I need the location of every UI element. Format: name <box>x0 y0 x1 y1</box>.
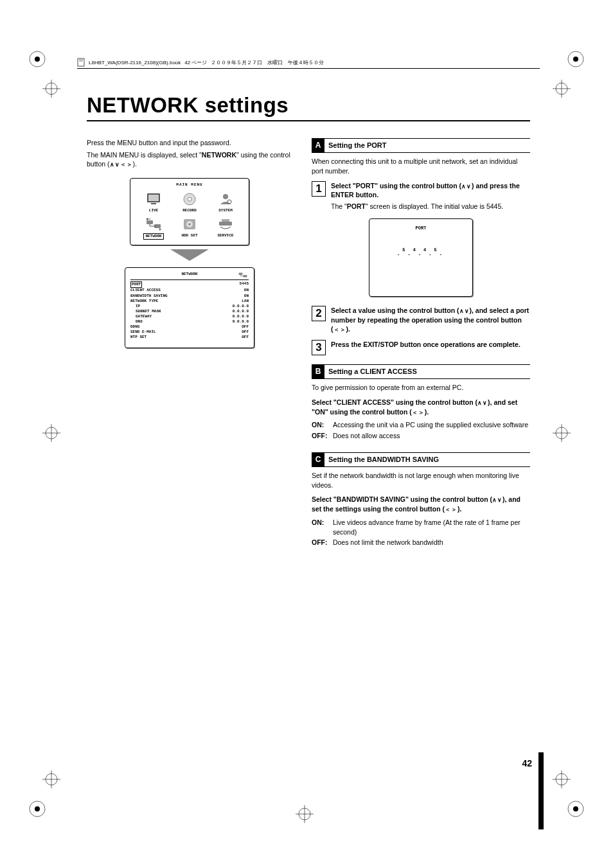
row-value: ON <box>244 294 249 299</box>
updown-icon: ∧∨ <box>492 497 502 503</box>
section-b-header: B Setting a CLIENT ACCESS <box>312 364 530 379</box>
register-mark-icon <box>296 805 314 823</box>
row-value: OFF <box>242 335 249 340</box>
row-key: NTP SET <box>130 335 147 340</box>
network-menu-row[interactable]: IP0.0.0.0 <box>130 304 249 309</box>
row-value: OFF <box>242 330 249 335</box>
menu-item-hdd-set[interactable]: HDD SET <box>172 217 208 240</box>
menu-item-service[interactable]: SERVICE <box>208 217 244 240</box>
step-instruction: Select "PORT" using the control button (… <box>331 181 530 200</box>
updown-icon: ∧∨ <box>459 308 470 314</box>
network-menu-row[interactable]: PORT5445 <box>130 281 249 288</box>
network-menu-row[interactable]: SUBNET MASK0.0.0.0 <box>130 309 249 314</box>
step-2: 2 Select a value using the control butto… <box>312 306 530 336</box>
section-b-instruction: Select "CLIENT ACCESS" using the control… <box>312 398 530 416</box>
svg-rect-47 <box>222 219 229 222</box>
updown-icon: ∧∨ <box>477 400 488 406</box>
intro-line: Press the MENU button and input the pass… <box>87 138 292 148</box>
page-number: 42 <box>522 758 532 768</box>
svg-point-5 <box>35 806 40 811</box>
network-menu-panel: NETWORK PORT5445CLIENT ACCESSONBANDWIDTH… <box>125 267 254 348</box>
book-icon <box>77 58 85 67</box>
leftright-icon: ＜＞ <box>333 326 346 333</box>
section-b-intro: To give permission to operate from an ex… <box>312 383 530 393</box>
network-menu-row[interactable]: DNS0.0.0.0 <box>130 319 249 324</box>
service-icon <box>217 217 235 232</box>
source-date: ２００９年５月２７日 水曜日 午後４時５０分 <box>211 59 324 66</box>
svg-point-1 <box>35 57 40 62</box>
network-menu-row[interactable]: NETWORK TYPELAN <box>130 299 249 304</box>
row-key: BANDWIDTH SAVING <box>130 294 168 299</box>
row-key: SEND E-MAIL <box>130 330 156 335</box>
row-value: 0.0.0.0 <box>233 309 249 314</box>
step-instruction: Press the EXIT/STOP button once operatio… <box>331 340 530 350</box>
section-title: Setting the PORT <box>324 139 390 152</box>
svg-marker-42 <box>159 228 161 231</box>
step-1: 1 Select "PORT" using the control button… <box>312 181 530 213</box>
register-mark-icon <box>42 80 60 98</box>
intro-text: Press the MENU button and input the pass… <box>87 138 292 169</box>
arrow-glyphs-icon: ∧∨＜＞ <box>110 161 133 168</box>
network-icon <box>237 270 249 281</box>
title-rule <box>87 120 530 121</box>
definition-off: OFF: Does not limit the network bandwidt… <box>312 538 530 547</box>
network-menu-row[interactable]: CLIENT ACCESSON <box>130 288 249 293</box>
row-key: GATEWAY <box>130 314 152 319</box>
leftright-icon: ＜＞ <box>412 409 425 416</box>
step-number: 2 <box>312 306 326 321</box>
menu-item-live[interactable]: LIVE <box>136 191 172 213</box>
leftright-icon: ＜＞ <box>445 506 458 513</box>
down-arrow-icon <box>87 249 292 263</box>
disc-icon <box>181 191 199 207</box>
crop-mark-icon <box>28 800 46 818</box>
register-mark-icon <box>42 770 60 788</box>
section-c-intro: Set if the network bandwidth is not larg… <box>312 471 530 490</box>
network-menu-row[interactable]: GATEWAY0.0.0.0 <box>130 314 249 319</box>
definition-off: OFF: Does not allow access <box>312 431 530 441</box>
port-underline: - - - - - <box>369 252 472 258</box>
row-value: LAN <box>242 299 249 304</box>
menu-item-record[interactable]: RECORD <box>172 191 208 213</box>
monitor-icon <box>145 191 163 207</box>
row-key: DNS <box>130 319 143 324</box>
section-title: Setting the BANDWIDTH SAVING <box>324 453 443 466</box>
svg-marker-48 <box>170 249 209 261</box>
svg-rect-34 <box>151 203 156 204</box>
network-menu-row[interactable]: DDNSOFF <box>130 324 249 330</box>
network-icon <box>145 217 163 232</box>
network-menu-title: NETWORK <box>181 272 197 277</box>
svg-point-36 <box>188 197 191 201</box>
section-letter: C <box>312 453 324 466</box>
page-title: NETWORK settings <box>87 93 530 118</box>
row-key: PORT <box>130 281 142 288</box>
svg-point-37 <box>223 194 228 199</box>
svg-point-7 <box>573 806 578 811</box>
source-file-header: L8HBT_WA(DSR-2116_2108)(GB).book 42 ページ … <box>77 58 540 69</box>
section-a-header: A Setting the PORT <box>312 138 530 153</box>
row-value: 0.0.0.0 <box>233 304 249 309</box>
section-a-intro: When connecting this unit to a multiple … <box>312 157 530 175</box>
menu-item-system[interactable]: SYSTEM <box>208 191 244 213</box>
svg-rect-46 <box>219 222 232 226</box>
row-value: 0.0.0.0 <box>233 314 249 319</box>
menu-item-network[interactable]: NETWORK <box>136 217 172 240</box>
network-menu-row[interactable]: SEND E-MAILOFF <box>130 330 249 335</box>
svg-rect-49 <box>239 272 243 275</box>
register-mark-icon <box>553 80 571 98</box>
row-value: 5445 <box>240 281 249 288</box>
source-filename: L8HBT_WA(DSR-2116_2108)(GB).book <box>89 60 181 66</box>
section-letter: A <box>312 139 324 152</box>
section-title: Setting a CLIENT ACCESS <box>324 365 421 378</box>
svg-point-38 <box>227 200 231 204</box>
step-number: 1 <box>312 181 326 197</box>
register-mark-icon <box>553 770 571 788</box>
network-menu-row[interactable]: BANDWIDTH SAVINGON <box>130 294 249 299</box>
hdd-icon <box>181 217 199 232</box>
network-menu-row[interactable]: NTP SETOFF <box>130 335 249 340</box>
row-key: IP <box>130 304 140 309</box>
crop-mark-icon <box>28 50 46 68</box>
row-key: NETWORK TYPE <box>130 299 158 304</box>
section-c-header: C Setting the BANDWIDTH SAVING <box>312 452 530 467</box>
step-3: 3 Press the EXIT/STOP button once operat… <box>312 340 530 355</box>
source-page: 42 ページ <box>184 59 207 66</box>
